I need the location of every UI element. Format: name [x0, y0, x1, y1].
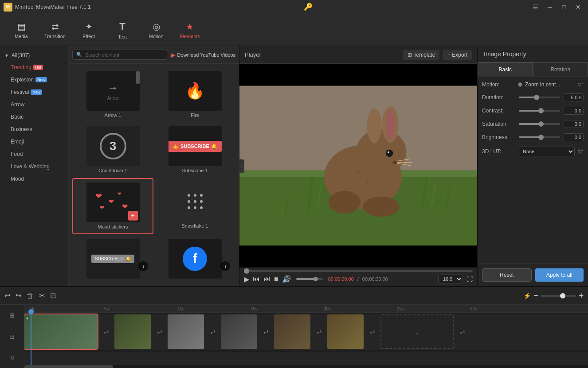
- brightness-slider[interactable]: [519, 136, 560, 138]
- progress-thumb[interactable]: [244, 268, 249, 274]
- svg-point-16: [329, 191, 361, 214]
- time-total: 00:00:30.00: [362, 276, 388, 282]
- element-subscribed[interactable]: SUBSCRIBED 🔔 ↓: [72, 235, 153, 283]
- scrollbar-thumb[interactable]: [24, 365, 113, 368]
- yt-download-btn[interactable]: ▶ Download YouTube Videos: [171, 51, 236, 58]
- step-forward-button[interactable]: ⏭: [263, 275, 270, 283]
- element-mood-stickers[interactable]: ❤ ❤ ❤ ❤ ❤ + Mood stickers: [72, 178, 153, 234]
- category-love[interactable]: Love & Wedding: [0, 160, 68, 173]
- add-track-button[interactable]: ⊞: [0, 305, 24, 326]
- facebook-download-btn[interactable]: ↓: [220, 261, 230, 271]
- progress-bar[interactable]: [244, 270, 473, 272]
- clip-6[interactable]: [327, 314, 364, 349]
- video-area: [239, 64, 477, 267]
- category-emoji[interactable]: Emoji: [0, 136, 68, 148]
- zoom-in-button[interactable]: +: [579, 291, 584, 300]
- add-mood-stickers-button[interactable]: +: [128, 211, 138, 221]
- element-arrow1[interactable]: → Arrow Arrow 1: [72, 67, 153, 122]
- timeline-scrollbar[interactable]: [24, 365, 588, 368]
- transition-1[interactable]: ⇄: [98, 314, 114, 349]
- zoom-thumb[interactable]: [560, 293, 565, 298]
- crop-button[interactable]: ⊡: [50, 291, 56, 300]
- element-snowflake1[interactable]: Snowflake 1: [154, 178, 235, 234]
- brightness-slider-thumb[interactable]: [538, 135, 544, 140]
- element-countdown1[interactable]: 3 Countdown 1: [72, 123, 153, 177]
- search-box[interactable]: 🔍 Search element: [72, 50, 167, 60]
- category-food[interactable]: Food: [0, 148, 68, 160]
- clip-5[interactable]: [274, 314, 310, 349]
- category-arrow[interactable]: Arrow: [0, 98, 68, 111]
- category-basic[interactable]: Basic: [0, 111, 68, 123]
- zoom-slider[interactable]: [541, 295, 576, 297]
- transition-7[interactable]: ⇄: [455, 314, 470, 349]
- category-trending[interactable]: Trending Hot: [0, 61, 68, 74]
- maximize-button[interactable]: □: [558, 2, 570, 12]
- minimize-button[interactable]: ─: [544, 2, 556, 12]
- explosion-badge: New: [35, 77, 47, 82]
- tool-effect[interactable]: ✦ Effect: [73, 17, 105, 43]
- menu-button[interactable]: ☰: [529, 2, 542, 12]
- clip-2[interactable]: [114, 314, 151, 349]
- aspect-ratio-select[interactable]: 16:9 9:16 1:1 4:3: [438, 275, 463, 283]
- category-business[interactable]: Business: [0, 123, 68, 136]
- transition-3[interactable]: ⇄: [205, 314, 221, 349]
- saturation-slider-thumb[interactable]: [538, 121, 544, 127]
- apply-to-all-button[interactable]: Apply to all: [535, 268, 584, 282]
- step-back-button[interactable]: ⏮: [253, 275, 260, 283]
- volume-slider[interactable]: [296, 278, 323, 280]
- drop-zone[interactable]: ↓: [380, 314, 454, 349]
- transition-5[interactable]: ⇄: [311, 314, 327, 349]
- tool-motion[interactable]: ◎ Motion: [140, 17, 172, 43]
- export-button[interactable]: ↑ Export: [443, 50, 472, 60]
- saturation-slider[interactable]: [519, 123, 560, 125]
- tool-transition[interactable]: ⇄ Transition: [39, 17, 71, 43]
- tool-media[interactable]: ▤ Media: [5, 17, 37, 43]
- contrast-slider-thumb[interactable]: [538, 108, 544, 113]
- clip-1[interactable]: ●: [24, 314, 98, 349]
- motion-delete-button[interactable]: 🗑: [577, 81, 584, 88]
- playhead[interactable]: [31, 313, 31, 365]
- category-trending-label: Trending: [11, 64, 31, 70]
- element-subscribe1[interactable]: 👍 SUBSCRIBE 🔔 Subscribe 1: [154, 123, 235, 177]
- lut-select[interactable]: None: [518, 147, 575, 156]
- tab-basic[interactable]: Basic: [478, 62, 533, 76]
- play-button[interactable]: ▶: [244, 275, 249, 283]
- tool-elements[interactable]: ★ Elements: [174, 17, 206, 43]
- element-facebook[interactable]: f ↓: [154, 235, 235, 283]
- clip-4[interactable]: [221, 314, 257, 349]
- transition-6[interactable]: ⇄: [365, 314, 380, 349]
- tab-rotation[interactable]: Rotation: [533, 62, 588, 76]
- stop-button[interactable]: ■: [274, 275, 278, 283]
- tool-text[interactable]: T Text: [106, 17, 138, 43]
- delete-clip-button[interactable]: 🗑: [27, 292, 34, 300]
- subscribed-download-btn[interactable]: ↓: [138, 261, 148, 271]
- duration-slider-thumb[interactable]: [534, 95, 539, 100]
- clip-3[interactable]: [168, 314, 204, 349]
- volume-button[interactable]: 🔊: [282, 275, 291, 283]
- split-view-button[interactable]: ⚡: [523, 292, 531, 299]
- duration-slider[interactable]: [519, 97, 560, 98]
- element-fire[interactable]: 🔥 Fire: [154, 67, 235, 122]
- category-basic-label: Basic: [11, 114, 24, 120]
- zoom-out-button[interactable]: −: [533, 291, 538, 300]
- reset-button[interactable]: Reset: [482, 268, 532, 282]
- close-button[interactable]: ✕: [572, 2, 584, 12]
- svg-point-11: [388, 151, 389, 153]
- fullscreen-button[interactable]: ⛶: [466, 275, 473, 283]
- category-mood[interactable]: Mood: [0, 173, 68, 185]
- category-festival[interactable]: Festival New: [0, 86, 68, 98]
- panel-collapse-arrow[interactable]: ›: [239, 159, 244, 173]
- undo-button[interactable]: ↩: [4, 291, 10, 300]
- contrast-slider[interactable]: [519, 110, 560, 112]
- lut-delete-button[interactable]: 🗑: [577, 148, 584, 155]
- volume-thumb[interactable]: [314, 277, 318, 281]
- transition-2[interactable]: ⇄: [152, 314, 168, 349]
- category-explosion[interactable]: Explosion New: [0, 74, 68, 86]
- categories-title: All(307): [12, 52, 30, 58]
- transition-4[interactable]: ⇄: [258, 314, 274, 349]
- cut-button[interactable]: ✂: [39, 291, 45, 300]
- redo-button[interactable]: ↪: [16, 291, 21, 300]
- main-area: ▼ All(307) Trending Hot Explosion New Fe…: [0, 46, 588, 286]
- categories-header[interactable]: ▼ All(307): [0, 50, 68, 61]
- template-button[interactable]: ⊞ Template: [403, 50, 440, 60]
